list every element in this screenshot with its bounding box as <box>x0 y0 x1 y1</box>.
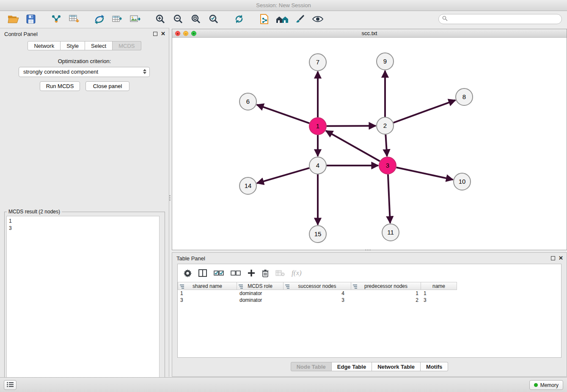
main-toolbar <box>0 11 567 28</box>
mcds-result-list[interactable]: 1 3 <box>6 216 160 392</box>
svg-text:2: 2 <box>383 122 387 129</box>
graph-edge-3-1[interactable] <box>326 131 380 161</box>
deselect-all-icon[interactable] <box>231 270 241 276</box>
sort-icon <box>285 284 289 290</box>
graph-node-14[interactable]: 14 <box>239 177 256 194</box>
export-table-button[interactable] <box>108 13 126 26</box>
minimize-window-icon[interactable]: − <box>183 31 188 36</box>
graph-node-15[interactable]: 15 <box>309 226 326 243</box>
import-network-button[interactable] <box>47 13 65 26</box>
table-panel-title: Table Panel <box>176 255 205 262</box>
first-neighbors-button[interactable] <box>256 13 273 26</box>
export-network-button[interactable] <box>91 13 108 26</box>
tab-mcds[interactable]: MCDS <box>113 41 141 50</box>
tab-style[interactable]: Style <box>61 41 85 50</box>
settings-gear-icon[interactable] <box>184 269 192 277</box>
function-builder-icon: f(x) <box>292 269 302 277</box>
network-canvas[interactable]: 7968124314101511 <box>172 38 567 250</box>
zoom-in-button[interactable] <box>151 13 169 26</box>
network-window: × − + scc.txt 7968124314101511 <box>172 29 567 250</box>
zoom-window-icon[interactable]: + <box>191 31 196 36</box>
float-table-panel-icon[interactable] <box>551 256 555 260</box>
home-button[interactable] <box>273 13 291 26</box>
svg-text:11: 11 <box>387 229 394 236</box>
select-all-icon[interactable] <box>214 270 224 276</box>
table-row[interactable]: 1 dominator 4 1 1 <box>178 290 561 297</box>
close-panel-button[interactable]: Close panel <box>85 81 129 91</box>
graph-node-4[interactable]: 4 <box>309 157 326 174</box>
graph-node-9[interactable]: 9 <box>377 53 394 70</box>
graph-node-6[interactable]: 6 <box>239 93 256 110</box>
column-header-mcds-role[interactable]: MCDS role <box>237 282 284 290</box>
sort-icon <box>353 284 357 290</box>
float-panel-icon[interactable] <box>153 32 157 36</box>
svg-text:15: 15 <box>314 230 322 237</box>
zoom-out-button[interactable] <box>169 13 187 26</box>
svg-text:9: 9 <box>383 58 387 65</box>
control-panel-title: Control Panel <box>4 31 38 37</box>
close-panel-icon[interactable]: ✕ <box>161 31 165 36</box>
graph-node-8[interactable]: 8 <box>456 88 473 105</box>
column-layout-icon[interactable] <box>198 269 207 277</box>
graph-node-11[interactable]: 11 <box>382 224 399 241</box>
criterion-dropdown[interactable]: strongly connected component <box>19 67 150 77</box>
mcds-result-title: MCDS result (2 nodes) <box>7 209 62 215</box>
close-table-panel-icon[interactable]: ✕ <box>559 256 563 261</box>
tab-motifs[interactable]: Motifs <box>421 362 448 371</box>
memory-button[interactable]: Memory <box>529 380 563 390</box>
column-header-predecessor-nodes[interactable]: predecessor nodes <box>351 282 421 290</box>
column-header-successor-nodes[interactable]: successor nodes <box>284 282 351 290</box>
export-image-button[interactable] <box>126 13 144 26</box>
graph-node-2[interactable]: 2 <box>377 117 394 134</box>
export-network-icon <box>94 14 105 25</box>
status-bar: Memory <box>0 377 567 392</box>
tab-edge-table[interactable]: Edge Table <box>332 362 372 371</box>
open-session-button[interactable] <box>4 13 22 26</box>
table-toolbar: f(x) <box>178 264 561 282</box>
refresh-button[interactable] <box>230 13 248 26</box>
save-session-button[interactable] <box>22 13 40 26</box>
tab-select[interactable]: Select <box>85 41 113 50</box>
sort-icon <box>180 284 184 290</box>
column-header-name[interactable]: name <box>421 282 457 290</box>
graph-edge-1-2[interactable] <box>327 126 376 126</box>
run-mcds-button[interactable]: Run MCDS <box>40 81 80 91</box>
graph-node-7[interactable]: 7 <box>309 54 326 71</box>
tab-network-table[interactable]: Network Table <box>372 362 421 371</box>
graph-node-3[interactable]: 3 <box>379 157 396 174</box>
home-icon <box>275 14 289 25</box>
style-paint-button[interactable] <box>291 13 309 26</box>
graph-edge-1-6[interactable] <box>257 105 309 123</box>
table-row[interactable]: 3 dominator 3 2 3 <box>178 297 561 304</box>
add-column-icon[interactable] <box>248 269 255 277</box>
table-header-row: shared name MCDS role successor nodes pr… <box>178 282 561 290</box>
zoom-fit-button[interactable] <box>187 13 205 26</box>
show-hide-button[interactable] <box>309 13 327 26</box>
import-table-button[interactable] <box>65 13 83 26</box>
graph-edge-3-10[interactable] <box>396 167 453 179</box>
splitter-grip[interactable] <box>365 249 372 251</box>
graph-edge-2-3[interactable] <box>385 135 387 156</box>
zoom-selected-button[interactable] <box>205 13 223 26</box>
window-title: Session: New Session <box>256 2 311 8</box>
svg-text:4: 4 <box>316 162 319 169</box>
graph-edge-3-11[interactable] <box>388 174 390 223</box>
zoom-out-icon <box>173 14 183 25</box>
import-network-icon <box>51 14 62 25</box>
column-header-shared-name[interactable]: shared name <box>178 282 237 290</box>
graph-node-1[interactable]: 1 <box>309 118 326 135</box>
search-field[interactable] <box>438 14 562 24</box>
close-window-icon[interactable]: × <box>175 31 180 36</box>
open-folder-icon <box>8 14 19 25</box>
task-history-button[interactable] <box>4 380 17 390</box>
graph-node-10[interactable]: 10 <box>454 173 471 190</box>
memory-label: Memory <box>540 382 559 388</box>
delete-column-trash-icon[interactable] <box>262 269 269 277</box>
graph-edge-2-8[interactable] <box>394 100 456 123</box>
splitter-grip[interactable] <box>169 195 171 202</box>
search-input[interactable] <box>448 16 561 22</box>
tab-node-table[interactable]: Node Table <box>291 362 332 371</box>
graph-edge-4-14[interactable] <box>257 168 309 183</box>
export-table-icon <box>112 14 123 25</box>
tab-network[interactable]: Network <box>28 41 61 50</box>
